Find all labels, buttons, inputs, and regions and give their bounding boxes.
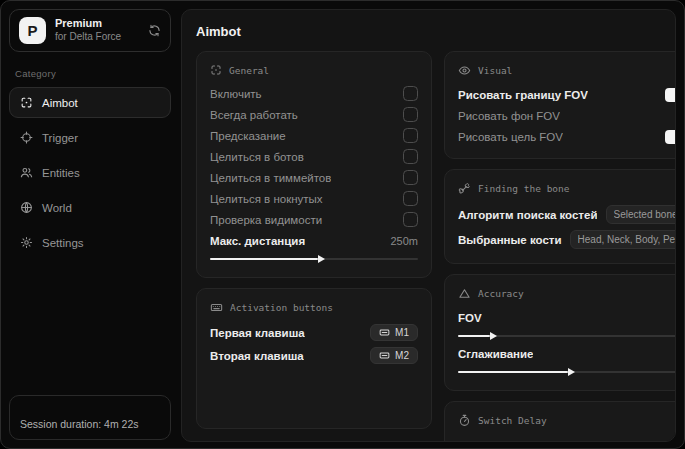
gear-icon [20,236,33,249]
visual-row-fov-background: Рисовать фон FOV [458,105,676,126]
bone-icon [458,182,471,195]
panel-general: General Включить Всегда работать Предска… [196,51,432,278]
keybind-button-m2[interactable]: M2 [370,347,418,364]
max-distance-slider[interactable] [210,255,418,263]
checkbox[interactable] [403,191,418,206]
keyboard-icon [379,350,390,361]
refresh-icon[interactable] [148,24,161,37]
app-window: P Premium for Delta Force Category [0,0,685,449]
slider-row-max-distance: Макс. дистанция 250m [210,230,418,251]
keybind-button-m1[interactable]: M1 [370,324,418,341]
sidebar-item-world[interactable]: World [9,192,171,223]
brand-subtitle: for Delta Force [55,31,139,44]
panel-title: Visual [478,65,512,76]
visual-row-fov-target: Рисовать цель FOV [458,126,676,147]
brand-card: P Premium for Delta Force [9,9,171,52]
color-swatch[interactable] [665,130,676,144]
keybind-row: Первая клавиша M1 [210,321,418,344]
checkbox[interactable] [403,128,418,143]
category-label: Category [15,68,165,79]
triangle-icon [458,287,471,300]
setting-row: Предсказание [210,125,418,146]
panel-title: Activation buttons [230,302,333,313]
selected-bones-row: Выбранные кости Head, Neck, Body, Pe... [458,227,676,252]
panel-accuracy: Accuracy FOV 60° Сглаживание 50% [444,274,676,391]
brand-title: Premium [55,17,139,31]
panel-switch-delay: Switch Delay Задержка переключения Задер… [444,401,676,442]
page-title: Aimbot [196,24,661,39]
checkbox[interactable] [403,86,418,101]
setting-row: Целиться в тиммейтов [210,167,418,188]
fov-slider[interactable] [458,332,676,340]
sidebar-nav: Aimbot Trigger Entities [9,87,171,258]
slider-row-fov: FOV 60° [458,307,676,328]
smoothing-slider[interactable] [458,368,676,376]
session-duration-text: Session duration: 4m 22s [20,418,138,430]
checkbox[interactable] [403,149,418,164]
sidebar-item-settings[interactable]: Settings [9,227,171,258]
setting-row: Целиться в нокнутых [210,188,418,209]
sidebar-item-entities[interactable]: Entities [9,157,171,188]
panel-activation-buttons: Activation buttons Первая клавиша M1 [196,288,432,429]
slider-value: 250m [390,235,418,247]
sidebar-item-aimbot[interactable]: Aimbot [9,87,171,118]
setting-row: Включить [210,83,418,104]
eye-icon [458,64,471,77]
users-icon [20,166,33,179]
panel-finding-the-bone: Finding the bone Алгоритм поиска костей … [444,169,676,264]
selected-bones-select[interactable]: Head, Neck, Body, Pe... [570,230,676,249]
checkbox[interactable] [403,212,418,227]
main-content: Aimbot General [181,9,676,442]
brand-logo: P [19,17,46,44]
keyboard-icon [379,327,390,338]
slider-row-smoothing: Сглаживание 50% [458,343,676,364]
bone-algorithm-row: Алгоритм поиска костей Selected bone [458,202,676,227]
keybind-row: Вторая клавиша M2 [210,344,418,367]
panel-title: Switch Delay [478,415,547,426]
visual-row-fov-border: Рисовать границу FOV ✓ [458,84,676,105]
sidebar-item-label: World [42,202,72,214]
checkbox[interactable] [403,107,418,122]
crosshair-icon [210,64,222,76]
sidebar-item-label: Aimbot [42,97,78,109]
panel-visual: Visual Рисовать границу FOV ✓ Рисовать ф… [444,51,676,159]
panel-title: General [229,65,269,76]
bone-algorithm-select[interactable]: Selected bone [606,205,676,224]
color-swatch[interactable] [665,88,676,102]
sidebar: P Premium for Delta Force Category [1,1,179,448]
setting-row: Проверка видимости [210,209,418,230]
keyboard-icon [210,301,223,314]
trigger-crosshair-icon [20,131,33,144]
setting-row: Всегда работать [210,104,418,125]
crosshair-icon [20,96,33,109]
sidebar-item-label: Entities [42,167,80,179]
session-duration-box: Session duration: 4m 22s [9,395,171,440]
panel-title: Accuracy [478,288,524,299]
checkbox[interactable] [403,170,418,185]
panel-title: Finding the bone [478,183,570,194]
sidebar-item-label: Trigger [42,132,78,144]
stopwatch-icon [458,414,471,427]
globe-icon [20,201,33,214]
sidebar-item-trigger[interactable]: Trigger [9,122,171,153]
setting-row: Целиться в ботов [210,146,418,167]
switch-delay-toggle-row: Задержка переключения [458,434,676,442]
sidebar-item-label: Settings [42,237,84,249]
